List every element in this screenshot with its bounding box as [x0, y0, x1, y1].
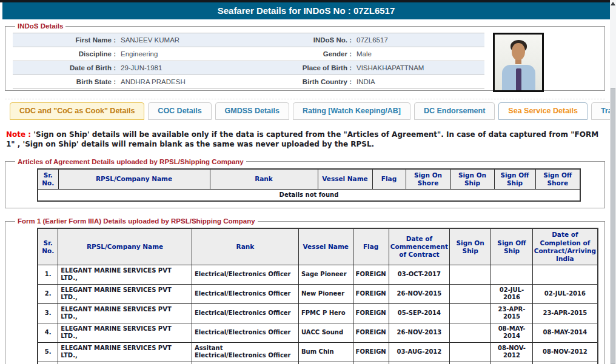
- cell-srno: 2.: [38, 284, 58, 303]
- col-flag: Flag: [353, 228, 389, 265]
- tab-gmdss-details[interactable]: GMDSS Details: [215, 102, 289, 120]
- photo-tie: [516, 68, 521, 91]
- cell-srno: 3.: [38, 303, 58, 323]
- cell-commencement: 03-OCT-2017: [389, 265, 449, 284]
- first-name-label: First Name :: [13, 33, 116, 47]
- articles-table: Sr. No. RPSL/Company Name Rank Vessel Na…: [37, 168, 581, 202]
- indos-details-section: INDoS Details First Name : SANJEEV KUMAR…: [5, 22, 605, 91]
- articles-header-row: Sr. No. RPSL/Company Name Rank Vessel Na…: [38, 169, 580, 190]
- cell-commencement: 08-SEP-2011: [389, 362, 449, 364]
- form1-section: Form 1 (Earlier Form IIIA) Details uploa…: [5, 217, 605, 364]
- gender-label: Gender :: [284, 47, 352, 61]
- col-completion: Date of Completion of Contract/Arriving …: [532, 228, 598, 265]
- indos-row-birth: Date of Birth : 29-JUN-1981 Place of Bir…: [13, 61, 484, 75]
- cell-vessel: FAIRCHEM CHARGER: [298, 362, 353, 364]
- col-sign-off-ship: Sign Off Ship: [491, 228, 532, 265]
- cell-company: ELEGANT MARINE SERVICES PVT LTD.,: [58, 284, 192, 303]
- cell-rank: Electrical/Electronics Officer: [192, 284, 298, 303]
- cell-company: ELEGANT MARINE SERVICES PVT LTD.,: [58, 342, 192, 362]
- cell-completion: 08-MAY-2014: [532, 323, 598, 342]
- cell-flag: FOREIGN: [353, 323, 389, 342]
- tab-bar: CDC and "CoC as Cook" Details COC Detail…: [5, 99, 605, 120]
- cell-rank: Assitant Electrical/Electronics Officer: [192, 342, 298, 362]
- cell-srno: 6.: [38, 362, 58, 364]
- cell-srno: 5.: [38, 342, 58, 362]
- birth-country-label: Birth Country :: [284, 75, 352, 88]
- cell-vessel: Bum Chin: [298, 342, 353, 362]
- articles-of-agreement-section: Articles of Agreement Details uploaded b…: [5, 158, 605, 209]
- cell-completion: 08-NOV-2012: [532, 342, 598, 362]
- cell-flag: FOREIGN: [353, 342, 389, 362]
- birth-country-value: INDIA: [352, 75, 484, 88]
- tab-sea-service-details[interactable]: Sea Service Details: [498, 102, 588, 120]
- tab-cdc-coc-as-cook-details[interactable]: CDC and "CoC as Cook" Details: [10, 102, 144, 120]
- table-row: 6. ANGLO- EASTERN SHIP MANAGEMENT (INDIA…: [38, 362, 598, 364]
- cell-sign-on-ship: [450, 323, 491, 342]
- cell-completion: 02-JUL-2016: [532, 284, 598, 303]
- birth-state-value: ANDHRA PRADESH: [116, 75, 284, 88]
- indos-details-grid: First Name : SANJEEV KUMAR INDoS No. : 0…: [13, 33, 484, 89]
- place-of-birth-value: VISHAKHAPATTNAM: [352, 61, 484, 74]
- gender-value: Male: [352, 47, 484, 61]
- discipline-label: Discipline :: [13, 47, 116, 61]
- cell-completion: [532, 265, 598, 284]
- cell-sign-on-ship: [450, 265, 491, 284]
- dob-label: Date of Birth :: [13, 61, 116, 74]
- page-title: Seafarer Details for INDoS No : 07ZL6517: [2, 2, 610, 19]
- cell-commencement: 03-AUG-2012: [389, 342, 449, 362]
- dob-value: 29-JUN-1981: [116, 61, 284, 74]
- col-company: RPSL/Company Name: [58, 228, 192, 265]
- articles-legend: Articles of Agreement Details uploaded b…: [15, 158, 246, 165]
- cell-company: ELEGANT MARINE SERVICES PVT LTD.,: [58, 323, 192, 342]
- cell-sign-off-ship: 02-JUL-2016: [491, 284, 532, 303]
- cell-srno: 1.: [38, 265, 58, 284]
- cell-commencement: 05-SEP-2014: [389, 303, 449, 323]
- cell-vessel: FPMC P Hero: [298, 303, 353, 323]
- scrollbar-up-arrow-icon[interactable]: [611, 2, 615, 5]
- note-prefix: Note :: [6, 130, 33, 139]
- cell-flag: FOREIGN: [353, 265, 389, 284]
- table-row: 1. ELEGANT MARINE SERVICES PVT LTD., Ele…: [38, 265, 598, 284]
- cell-rank: Electrical/Electronics Officer: [192, 323, 298, 342]
- cell-rank: Electrical/Electronics Officer: [192, 303, 298, 323]
- col-commencement: Date of Commencement of Contract: [389, 228, 449, 265]
- cell-commencement: 26-NOV-2013: [389, 323, 449, 342]
- cell-commencement: 26-NOV-2015: [389, 284, 449, 303]
- cell-completion: 23-APR-2015: [532, 303, 598, 323]
- cell-flag: FOREIGN: [353, 303, 389, 323]
- indos-row-discipline: Discipline : Engineering Gender : Male: [13, 47, 484, 61]
- cell-vessel: Sage Pioneer: [298, 265, 353, 284]
- tab-coc-details[interactable]: COC Details: [148, 102, 211, 120]
- note-body: 'Sign on Ship' details will be available…: [6, 130, 598, 148]
- col-rank: Rank: [210, 169, 318, 190]
- col-sr-no: Sr. No.: [38, 169, 58, 190]
- cell-sign-off-ship: 08-NOV-2012: [491, 342, 532, 362]
- cell-sign-off-ship: [491, 265, 532, 284]
- cell-vessel: New Pioneer: [298, 284, 353, 303]
- birth-state-label: Birth State :: [13, 75, 116, 88]
- cell-sign-on-ship: [450, 342, 491, 362]
- form1-legend: Form 1 (Earlier Form IIIA) Details uploa…: [15, 217, 258, 225]
- tab-rating-watch-keeping-ab[interactable]: Rating [Watch Keeping/AB]: [293, 102, 410, 120]
- form1-table: Sr. No. RPSL/Company Name Rank Vessel Na…: [37, 228, 598, 364]
- vertical-scrollbar[interactable]: [610, 0, 616, 364]
- cell-vessel: UACC Sound: [298, 323, 353, 342]
- cell-flag: FOREIGN: [353, 284, 389, 303]
- details-not-found-message: Details not found: [38, 189, 580, 201]
- indos-no-label: INDoS No. :: [284, 33, 352, 47]
- cell-sign-off-ship: 08-MAY-2014: [491, 323, 532, 342]
- cell-company: ELEGANT MARINE SERVICES PVT LTD.,: [58, 303, 192, 323]
- table-row: 2. ELEGANT MARINE SERVICES PVT LTD., Ele…: [38, 284, 598, 303]
- cell-sign-on-ship: [450, 303, 491, 323]
- tab-dc-endorsement[interactable]: DC Endorsement: [414, 102, 495, 120]
- col-sr-no: Sr. No.: [38, 228, 58, 265]
- col-sign-off-shore: Sign Off Shore: [535, 169, 580, 190]
- seafarer-details-page: Seafarer Details for INDoS No : 07ZL6517…: [0, 0, 616, 364]
- col-vessel: Vessel Name: [298, 228, 353, 265]
- table-row: 4. ELEGANT MARINE SERVICES PVT LTD., Ele…: [38, 323, 598, 342]
- col-vessel: Vessel Name: [318, 169, 372, 190]
- cell-flag: FOREIGN: [353, 362, 389, 364]
- seafarer-photo: [493, 33, 544, 92]
- scrollbar-thumb[interactable]: [611, 88, 615, 364]
- form1-header-row: Sr. No. RPSL/Company Name Rank Vessel Na…: [38, 228, 598, 265]
